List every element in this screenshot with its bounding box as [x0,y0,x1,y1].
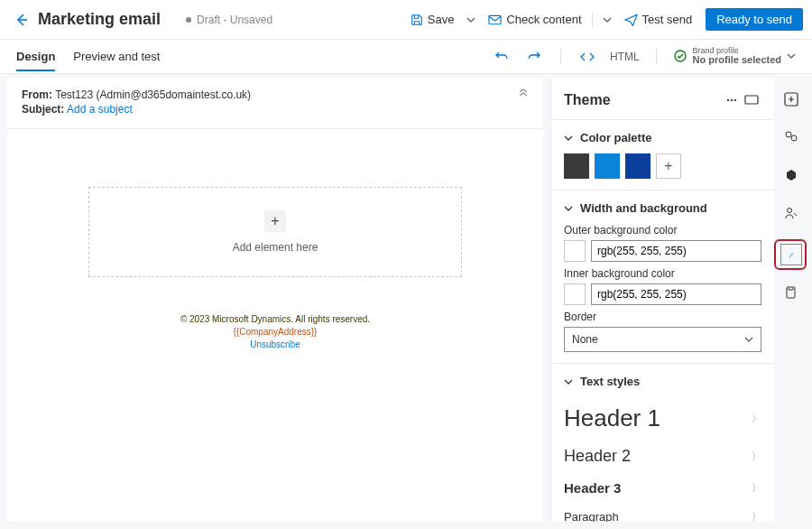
text-style-h3[interactable]: Header 3〉 [564,473,761,503]
panel-more-button[interactable] [722,90,742,110]
outer-bg-preview[interactable] [564,240,586,262]
inner-bg-label: Inner background color [564,267,761,280]
outer-bg-label: Outer background color [564,224,761,237]
section-text-styles[interactable]: Text styles [564,375,761,388]
text-style-h2[interactable]: Header 2〉 [564,440,761,473]
chevron-down-icon [466,15,475,24]
subject-label: Subject: [22,103,64,116]
tab-preview[interactable]: Preview and test [73,42,160,71]
section-width-background[interactable]: Width and background [564,201,761,215]
test-label: Test send [642,13,693,26]
check-label: Check content [506,13,581,26]
svg-point-7 [786,132,791,137]
add-color-button[interactable]: + [656,153,681,179]
svg-marker-9 [787,170,796,181]
html-icon [577,47,597,67]
text-styles-label: Text styles [580,375,640,388]
separator [560,49,561,65]
h1-sample: Header 1 [564,404,660,432]
from-value[interactable]: Test123 (Admin@d365domaintest.co.uk) [55,88,251,101]
footer-copyright: © 2023 Microsoft Dynamics. All rights re… [88,313,462,326]
rail-settings[interactable] [780,164,802,186]
chevron-right-icon: 〉 [752,510,761,522]
rail-theme[interactable] [780,244,802,265]
subject-link[interactable]: Add a subject [67,103,133,116]
border-select[interactable]: None [564,327,761,352]
inner-bg-preview[interactable] [564,283,586,305]
h2-sample: Header 2 [564,447,631,466]
p-sample: Paragraph [564,510,619,522]
brand-check-icon [673,49,687,63]
mail-check-icon [488,14,502,26]
page-title: Marketing email [38,10,161,29]
html-toggle[interactable]: HTML [610,51,640,63]
brand-value: No profile selected [693,55,781,66]
plus-icon: + [264,210,286,232]
separator [656,49,657,65]
outer-bg-input[interactable] [591,240,761,262]
rail-add-element[interactable] [780,88,802,110]
draft-status: Draft - Unsaved [186,14,272,26]
svg-rect-5 [745,96,758,104]
inner-bg-input[interactable] [591,283,761,305]
svg-point-1 [675,51,686,61]
footer-unsubscribe-link[interactable]: Unsubscribe [88,339,462,351]
back-button[interactable] [9,13,34,27]
mail-header: From: Test123 (Admin@d365domaintest.co.u… [7,78,543,129]
rail-assets[interactable] [780,282,802,303]
svg-point-4 [734,99,736,101]
chevron-right-icon: 〉 [752,481,761,495]
chevron-down-icon [564,134,573,143]
chevron-down-icon [564,204,573,213]
check-content-button[interactable]: Check content [482,9,587,30]
ready-to-send-button[interactable]: Ready to send [706,8,803,31]
text-style-paragraph[interactable]: Paragraph〉 [564,503,761,522]
svg-point-3 [731,99,733,101]
svg-point-8 [791,135,797,141]
width-bg-label: Width and background [580,201,707,215]
chevron-right-icon: 〉 [752,412,761,425]
send-icon [624,14,638,26]
svg-rect-0 [489,15,501,23]
border-value: None [572,333,598,346]
color-swatch-2[interactable] [595,153,620,179]
text-style-h1[interactable]: Header 1〉 [564,397,761,440]
status-dot [186,17,191,23]
redo-button[interactable] [524,47,544,67]
chevron-down-icon [787,51,796,60]
undo-button[interactable] [492,47,512,67]
add-element-dropzone[interactable]: + Add element here [88,187,462,277]
chevron-down-icon [564,377,573,386]
check-dropdown[interactable] [596,12,618,28]
chevron-down-icon [744,335,753,344]
color-swatch-3[interactable] [625,153,651,179]
status-text: Draft - Unsaved [197,14,272,26]
save-icon [411,14,423,26]
svg-point-10 [788,209,792,213]
brand-profile-picker[interactable]: Brand profile No profile selected [673,47,796,66]
border-label: Border [564,311,761,323]
test-send-button[interactable]: Test send [618,9,699,30]
save-label: Save [428,13,455,26]
rail-sections[interactable] [780,126,802,148]
svg-point-2 [727,99,729,101]
tab-design[interactable]: Design [16,42,55,71]
collapse-header-button[interactable] [518,88,529,117]
chevron-right-icon: 〉 [752,450,761,463]
dropzone-label: Add element here [233,241,318,254]
palette-label: Color palette [580,131,651,144]
panel-title: Theme [564,92,722,108]
panel-screen-button[interactable] [742,90,761,110]
rail-personalize[interactable] [780,202,802,224]
section-color-palette[interactable]: Color palette [564,131,761,144]
save-button[interactable]: Save [404,9,461,30]
color-swatch-1[interactable] [564,153,589,179]
h3-sample: Header 3 [564,480,621,496]
save-dropdown[interactable] [460,12,482,28]
svg-rect-11 [787,287,795,298]
separator [592,12,593,28]
from-label: From: [22,88,52,101]
footer-address-token: {{CompanyAddress}} [88,326,462,339]
chevron-down-icon [603,15,612,24]
